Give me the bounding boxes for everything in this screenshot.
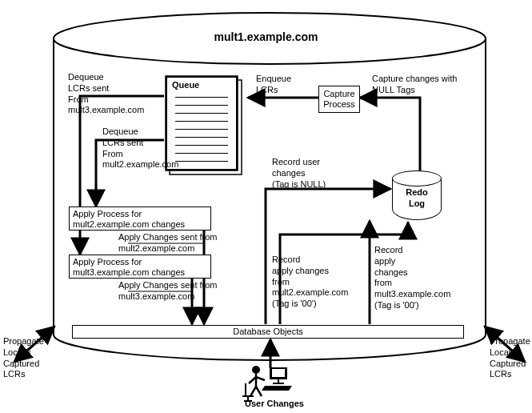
apply-process-mult2-label: Apply Process for mult2.example.com chan…	[73, 209, 207, 230]
apply-sent-m2-label: Apply Changes sent from mult2.example.co…	[118, 232, 218, 255]
dequeue-mult2-label: Dequeue LCRs sent From mult2.example.com	[102, 126, 178, 170]
capture-process-label: Capture Process	[322, 89, 356, 110]
database-objects-label: Database Objects	[233, 327, 302, 336]
redo-log-label: Redo Log	[392, 187, 442, 210]
apply-process-mult2-box: Apply Process for mult2.example.com chan…	[69, 206, 211, 231]
apply-process-mult3-box: Apply Process for mult3.example.com chan…	[69, 255, 211, 279]
capture-null-label: Capture changes with NULL Tags	[372, 74, 457, 96]
apply-sent-m3-label: Apply Changes sent from mult3.example.co…	[118, 280, 218, 303]
queue-label: Queue	[172, 80, 199, 91]
record-user-label: Record user changes (Tag is NULL)	[272, 157, 326, 190]
propagate-right-label: Propagate Locally Captured LCRs	[490, 336, 530, 380]
svg-point-3	[252, 366, 260, 374]
diagram-title: mult1.example.com	[0, 30, 532, 45]
dequeue-mult3-label: Dequeue LCRs sent From mult3.example.com	[68, 72, 144, 116]
user-changes-label: User Changes	[230, 399, 318, 410]
capture-process-box: Capture Process	[318, 86, 360, 113]
database-objects-box: Database Objects	[72, 325, 464, 339]
enqueue-lcrs-label: Enqueue LCRs	[256, 74, 291, 96]
propagate-left-label: Propagate Locally Captured LCRs	[3, 336, 44, 380]
apply-process-mult3-label: Apply Process for mult3.example.com chan…	[73, 257, 207, 278]
svg-rect-5	[272, 369, 285, 377]
svg-rect-4	[270, 367, 287, 379]
redo-log-top	[392, 170, 442, 186]
record-apply-m3-label: Record apply changes from mult3.example.…	[374, 245, 450, 311]
record-apply-m2-label: Record apply changes from mult2.example.…	[272, 255, 348, 310]
